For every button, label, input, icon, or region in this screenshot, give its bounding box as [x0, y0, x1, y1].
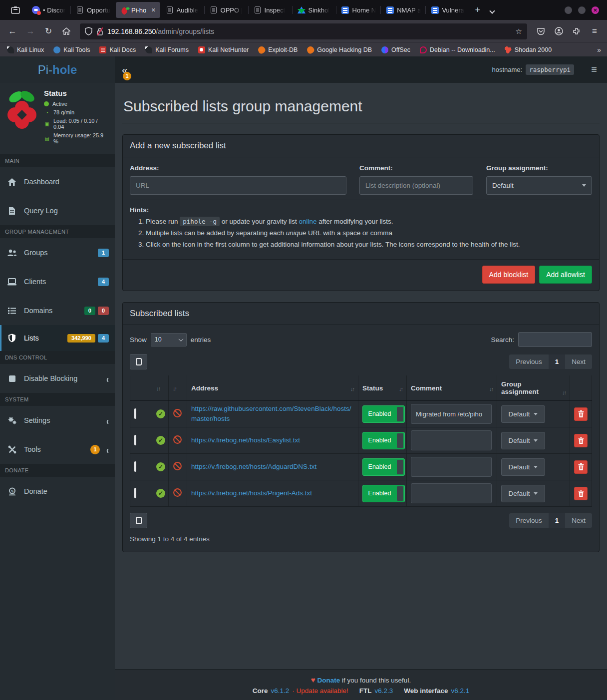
header-comment[interactable]: Comment↓↑: [407, 375, 497, 401]
update-available-link[interactable]: · Update available!: [292, 687, 348, 695]
sidebar-item-clients[interactable]: Clients 4: [0, 270, 115, 293]
sidebar-collapse-button[interactable]: « 1: [122, 64, 137, 76]
select-all-button[interactable]: [130, 354, 147, 369]
pocket-icon[interactable]: [533, 24, 548, 39]
forward-button[interactable]: →: [23, 24, 38, 39]
window-maximize-button[interactable]: [578, 6, 586, 14]
tab-close-icon[interactable]: ×: [151, 6, 155, 14]
add-blocklist-button[interactable]: Add blocklist: [482, 266, 536, 284]
tab-oppo[interactable]: OPPO |: [205, 2, 248, 18]
header-health-sort[interactable]: ↓↑: [152, 375, 169, 401]
status-toggle[interactable]: Enabled: [362, 458, 405, 476]
row-comment-input[interactable]: [411, 483, 492, 503]
menu-icon[interactable]: ≡: [587, 24, 602, 39]
bookmark-star-icon[interactable]: ☆: [516, 27, 522, 36]
tab-sinkhole[interactable]: Sinkhol: [293, 2, 336, 18]
tab-pihole-active[interactable]: Pi-ho×: [116, 2, 160, 18]
blocklist-icon[interactable]: [173, 435, 182, 444]
core-version[interactable]: v6.1.2: [271, 687, 289, 695]
tab-discord[interactable]: • Discor: [27, 2, 70, 18]
firefox-view-icon[interactable]: [8, 3, 23, 17]
url-bar[interactable]: 192.168.86.250/admin/groups/lists ☆: [80, 23, 527, 39]
list-address-link[interactable]: https://raw.githubusercontent.com/Steven…: [191, 405, 351, 422]
tab-home[interactable]: Home N: [337, 2, 381, 18]
previous-page-button[interactable]: Previous: [509, 354, 549, 369]
window-minimize-button[interactable]: [565, 6, 572, 14]
add-allowlist-button[interactable]: Add allowlist: [539, 266, 592, 284]
bookmark-kali-tools[interactable]: Kali Tools: [53, 46, 90, 53]
status-toggle[interactable]: Enabled: [362, 405, 405, 423]
bookmark-kali-docs[interactable]: Kali Docs: [99, 46, 136, 53]
delete-row-button[interactable]: [574, 460, 588, 474]
current-page-button[interactable]: 1: [549, 513, 566, 528]
sidebar-item-dashboard[interactable]: Dashboard: [0, 170, 115, 193]
sidebar-item-domains[interactable]: Domains 0 0: [0, 299, 115, 322]
delete-row-button[interactable]: [574, 487, 588, 500]
online-link[interactable]: online: [299, 218, 316, 225]
tab-opportunity[interactable]: Opportu: [71, 2, 115, 18]
bookmark-exploit-db[interactable]: Exploit-DB: [258, 46, 298, 53]
account-icon[interactable]: [551, 24, 566, 39]
sidebar-item-tools[interactable]: Tools 1 ‹: [0, 438, 115, 461]
health-ok-icon[interactable]: ✓: [156, 409, 165, 418]
delete-row-button[interactable]: [574, 407, 588, 421]
previous-page-button[interactable]: Previous: [509, 513, 549, 528]
bookmark-kali-linux[interactable]: Kali Linux: [7, 46, 44, 53]
donate-link[interactable]: Donate: [317, 677, 340, 684]
current-page-button[interactable]: 1: [549, 354, 566, 369]
health-ok-icon[interactable]: ✓: [156, 436, 165, 445]
sidebar-item-groups[interactable]: Groups 1: [0, 241, 115, 264]
row-group-select[interactable]: Default: [501, 458, 545, 476]
web-interface-version[interactable]: v6.2.1: [451, 687, 470, 695]
row-checkbox[interactable]: [134, 435, 136, 445]
row-group-select[interactable]: Default: [501, 432, 545, 449]
tab-inspect[interactable]: Inspect: [249, 2, 292, 18]
delete-row-button[interactable]: [574, 434, 588, 447]
sidebar-item-lists[interactable]: Lists 342,990 4: [0, 325, 115, 351]
group-assignment-select[interactable]: Default: [486, 176, 592, 195]
header-address[interactable]: Address↓↑: [187, 375, 358, 401]
health-ok-icon[interactable]: ✓: [156, 489, 165, 498]
tab-audible[interactable]: Audible: [161, 2, 204, 18]
bookmarks-overflow-button[interactable]: »: [597, 46, 600, 54]
next-page-button[interactable]: Next: [565, 354, 592, 369]
blocklist-icon[interactable]: [173, 461, 182, 471]
back-button[interactable]: ←: [5, 24, 20, 39]
tab-nmap[interactable]: NMAP a: [381, 2, 425, 18]
page-length-select[interactable]: 10: [151, 333, 187, 347]
bookmark-debian[interactable]: Debian -- Downloadin...: [420, 46, 495, 53]
sidebar-item-disable-blocking[interactable]: Disable Blocking ‹: [0, 367, 115, 390]
list-address-link[interactable]: https://v.firebog.net/hosts/Prigent-Ads.…: [191, 489, 312, 497]
bookmark-kali-forums[interactable]: Kali Forums: [145, 46, 189, 53]
new-tab-button[interactable]: +: [470, 5, 485, 15]
list-address-link[interactable]: https://v.firebog.net/hosts/Easylist.txt: [191, 436, 300, 444]
extensions-icon[interactable]: [569, 24, 584, 39]
next-page-button[interactable]: Next: [565, 513, 592, 528]
sidebar-item-settings[interactable]: Settings ‹: [0, 409, 115, 432]
row-comment-input[interactable]: [411, 457, 492, 477]
tab-dropdown-button[interactable]: [485, 5, 499, 15]
row-checkbox[interactable]: [134, 408, 136, 419]
blocklist-icon[interactable]: [173, 488, 182, 497]
search-input[interactable]: [518, 332, 592, 347]
bookmark-offsec[interactable]: OffSec: [381, 46, 410, 53]
window-close-button[interactable]: ✕: [592, 6, 599, 14]
blocklist-icon[interactable]: [173, 408, 182, 418]
header-status[interactable]: Status↓↑: [358, 375, 407, 401]
header-type-sort[interactable]: ↓↑: [169, 375, 187, 401]
status-toggle[interactable]: Enabled: [362, 432, 405, 449]
ftl-version[interactable]: v6.2.3: [375, 687, 393, 695]
tab-vulnerability[interactable]: Vulnera: [426, 2, 469, 18]
reload-button[interactable]: ↻: [41, 24, 56, 39]
sidebar-item-query-log[interactable]: Query Log: [0, 199, 115, 222]
bookmark-shodan[interactable]: Shodan 2000: [505, 46, 552, 53]
row-comment-input[interactable]: [411, 404, 492, 424]
home-button[interactable]: [59, 24, 74, 39]
status-toggle[interactable]: Enabled: [362, 485, 405, 502]
header-group-assignment[interactable]: Group assignment↓↑: [497, 375, 570, 401]
bookmark-kali-nethunter[interactable]: Kali NetHunter: [198, 46, 249, 53]
row-group-select[interactable]: Default: [501, 485, 545, 502]
address-input[interactable]: [130, 176, 346, 195]
comment-input[interactable]: [359, 176, 473, 195]
sidebar-item-donate[interactable]: $ Donate: [0, 480, 115, 503]
